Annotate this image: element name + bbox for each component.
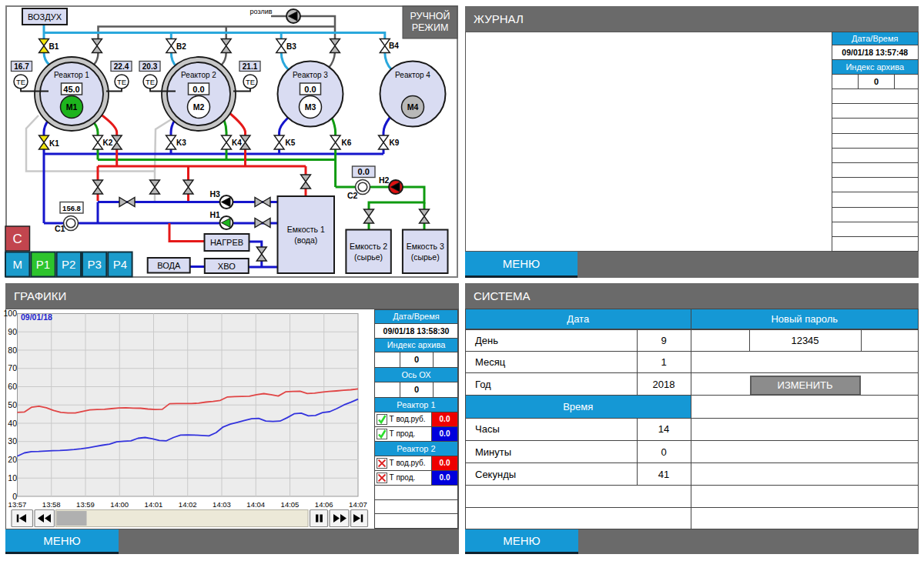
- svg-text:Реактор 4: Реактор 4: [395, 71, 430, 79]
- svg-text:09/01/18: 09/01/18: [21, 312, 52, 322]
- svg-text:10: 10: [8, 473, 17, 483]
- svg-text:ХВО: ХВО: [218, 262, 236, 271]
- svg-text:40: 40: [8, 419, 17, 428]
- svg-text:Реактор 3: Реактор 3: [293, 71, 328, 79]
- svg-text:0.0: 0.0: [192, 85, 204, 94]
- svg-text:Р2: Р2: [62, 258, 75, 271]
- svg-text:Емкость 3: Емкость 3: [407, 242, 444, 251]
- svg-text:K3: K3: [176, 139, 186, 147]
- svg-text:Р1: Р1: [36, 258, 50, 271]
- svg-text:21.1: 21.1: [243, 62, 258, 71]
- svg-text:14:07: 14:07: [349, 500, 367, 509]
- svg-text:(вода): (вода): [294, 235, 317, 245]
- svg-text:НАГРЕВ: НАГРЕВ: [210, 238, 243, 247]
- svg-text:14:04: 14:04: [246, 500, 265, 509]
- svg-text:30: 30: [8, 436, 17, 446]
- svg-text:45.0: 45.0: [63, 85, 79, 94]
- svg-text:M4: M4: [407, 102, 419, 112]
- svg-text:14:01: 14:01: [145, 500, 163, 509]
- svg-text:Н3: Н3: [210, 189, 221, 199]
- svg-text:M2: M2: [193, 102, 205, 112]
- svg-text:Емкость 2: Емкость 2: [350, 242, 387, 251]
- svg-text:розлив: розлив: [250, 8, 273, 15]
- svg-text:0.0: 0.0: [304, 85, 316, 94]
- svg-text:13:58: 13:58: [42, 500, 61, 509]
- svg-text:Р3: Р3: [87, 258, 101, 271]
- svg-text:14:03: 14:03: [213, 500, 231, 509]
- svg-text:С1: С1: [55, 224, 65, 233]
- svg-text:РЕЖИМ: РЕЖИМ: [412, 22, 449, 33]
- svg-text:Р4: Р4: [113, 258, 127, 271]
- svg-text:13:59: 13:59: [76, 500, 95, 509]
- svg-text:K9: K9: [390, 139, 400, 147]
- svg-text:Н2: Н2: [379, 175, 390, 185]
- svg-text:70: 70: [8, 363, 17, 372]
- svg-text:156.8: 156.8: [62, 204, 81, 212]
- svg-text:Н1: Н1: [210, 210, 221, 219]
- svg-text:Емкость 1: Емкость 1: [287, 225, 325, 234]
- svg-text:14:00: 14:00: [110, 500, 129, 509]
- svg-text:B3: B3: [286, 42, 296, 51]
- svg-text:K5: K5: [286, 139, 296, 147]
- svg-text:60: 60: [8, 382, 17, 391]
- svg-text:14:06: 14:06: [315, 500, 333, 509]
- svg-text:ТЕ: ТЕ: [146, 78, 155, 86]
- svg-text:0: 0: [12, 492, 17, 501]
- svg-text:K1: K1: [49, 139, 59, 148]
- svg-text:90: 90: [8, 327, 17, 336]
- svg-text:М: М: [12, 258, 22, 271]
- svg-text:Реактор 1: Реактор 1: [54, 71, 89, 79]
- svg-text:ТЕ: ТЕ: [16, 78, 25, 86]
- svg-text:80: 80: [8, 346, 17, 355]
- svg-text:20.3: 20.3: [142, 62, 158, 71]
- svg-text:Реактор 2: Реактор 2: [181, 71, 216, 79]
- svg-text:16.7: 16.7: [14, 62, 29, 71]
- svg-text:0.0: 0.0: [358, 167, 370, 176]
- svg-text:ТЕ: ТЕ: [117, 78, 126, 86]
- svg-text:M1: M1: [66, 102, 78, 112]
- svg-text:K2: K2: [103, 139, 113, 147]
- svg-text:ВОЗДУХ: ВОЗДУХ: [28, 12, 62, 22]
- svg-text:С: С: [13, 232, 22, 246]
- svg-text:14:05: 14:05: [281, 500, 300, 509]
- svg-text:ВОДА: ВОДА: [157, 261, 181, 270]
- svg-text:B1: B1: [49, 42, 59, 51]
- svg-text:РУЧНОЙ: РУЧНОЙ: [410, 10, 450, 22]
- svg-text:22.4: 22.4: [114, 62, 129, 71]
- svg-text:ТЕ: ТЕ: [246, 78, 255, 86]
- svg-text:K4: K4: [232, 139, 242, 147]
- svg-text:100: 100: [3, 309, 17, 318]
- svg-text:20: 20: [8, 455, 17, 464]
- svg-text:B4: B4: [389, 42, 399, 50]
- svg-text:14:02: 14:02: [179, 500, 197, 509]
- svg-text:13:57: 13:57: [8, 500, 27, 509]
- svg-text:(сырье): (сырье): [354, 252, 383, 262]
- svg-text:K6: K6: [342, 139, 352, 147]
- svg-text:(сырье): (сырье): [411, 252, 440, 262]
- svg-text:M3: M3: [305, 102, 316, 112]
- svg-text:50: 50: [8, 400, 17, 409]
- svg-text:B2: B2: [176, 42, 186, 51]
- svg-text:С2: С2: [347, 191, 358, 200]
